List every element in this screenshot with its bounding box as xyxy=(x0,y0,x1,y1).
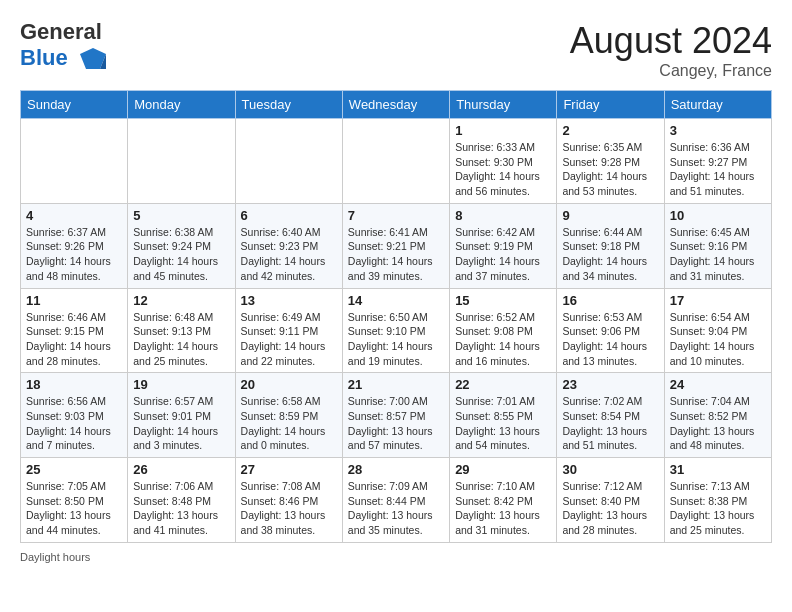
day-info: Sunrise: 6:54 AMSunset: 9:04 PMDaylight:… xyxy=(670,310,766,369)
day-info: Sunrise: 6:48 AMSunset: 9:13 PMDaylight:… xyxy=(133,310,229,369)
day-number: 6 xyxy=(241,208,337,223)
calendar-cell xyxy=(128,119,235,204)
day-number: 31 xyxy=(670,462,766,477)
dow-header-friday: Friday xyxy=(557,91,664,119)
calendar-body: 1Sunrise: 6:33 AMSunset: 9:30 PMDaylight… xyxy=(21,119,772,543)
day-info: Sunrise: 7:08 AMSunset: 8:46 PMDaylight:… xyxy=(241,479,337,538)
calendar-cell xyxy=(21,119,128,204)
calendar-cell: 17Sunrise: 6:54 AMSunset: 9:04 PMDayligh… xyxy=(664,288,771,373)
day-info: Sunrise: 6:52 AMSunset: 9:08 PMDaylight:… xyxy=(455,310,551,369)
calendar-cell: 7Sunrise: 6:41 AMSunset: 9:21 PMDaylight… xyxy=(342,203,449,288)
calendar-cell: 2Sunrise: 6:35 AMSunset: 9:28 PMDaylight… xyxy=(557,119,664,204)
day-number: 7 xyxy=(348,208,444,223)
day-info: Sunrise: 7:02 AMSunset: 8:54 PMDaylight:… xyxy=(562,394,658,453)
calendar-cell: 10Sunrise: 6:45 AMSunset: 9:16 PMDayligh… xyxy=(664,203,771,288)
calendar-cell: 3Sunrise: 6:36 AMSunset: 9:27 PMDaylight… xyxy=(664,119,771,204)
day-info: Sunrise: 6:38 AMSunset: 9:24 PMDaylight:… xyxy=(133,225,229,284)
logo-blue: Blue xyxy=(20,45,68,70)
day-info: Sunrise: 6:41 AMSunset: 9:21 PMDaylight:… xyxy=(348,225,444,284)
logo: General Blue xyxy=(20,20,108,74)
day-info: Sunrise: 7:12 AMSunset: 8:40 PMDaylight:… xyxy=(562,479,658,538)
day-info: Sunrise: 7:05 AMSunset: 8:50 PMDaylight:… xyxy=(26,479,122,538)
day-number: 21 xyxy=(348,377,444,392)
day-info: Sunrise: 7:06 AMSunset: 8:48 PMDaylight:… xyxy=(133,479,229,538)
day-number: 23 xyxy=(562,377,658,392)
calendar-cell xyxy=(235,119,342,204)
day-info: Sunrise: 7:13 AMSunset: 8:38 PMDaylight:… xyxy=(670,479,766,538)
day-info: Sunrise: 6:53 AMSunset: 9:06 PMDaylight:… xyxy=(562,310,658,369)
calendar-cell xyxy=(342,119,449,204)
calendar-cell: 19Sunrise: 6:57 AMSunset: 9:01 PMDayligh… xyxy=(128,373,235,458)
day-info: Sunrise: 7:04 AMSunset: 8:52 PMDaylight:… xyxy=(670,394,766,453)
calendar-cell: 5Sunrise: 6:38 AMSunset: 9:24 PMDaylight… xyxy=(128,203,235,288)
week-row-4: 18Sunrise: 6:56 AMSunset: 9:03 PMDayligh… xyxy=(21,373,772,458)
day-number: 28 xyxy=(348,462,444,477)
calendar-cell: 8Sunrise: 6:42 AMSunset: 9:19 PMDaylight… xyxy=(450,203,557,288)
day-number: 1 xyxy=(455,123,551,138)
dow-header-sunday: Sunday xyxy=(21,91,128,119)
dow-header-thursday: Thursday xyxy=(450,91,557,119)
day-number: 3 xyxy=(670,123,766,138)
calendar-cell: 13Sunrise: 6:49 AMSunset: 9:11 PMDayligh… xyxy=(235,288,342,373)
day-number: 2 xyxy=(562,123,658,138)
location-subtitle: Cangey, France xyxy=(570,62,772,80)
calendar-cell: 28Sunrise: 7:09 AMSunset: 8:44 PMDayligh… xyxy=(342,458,449,543)
day-info: Sunrise: 6:33 AMSunset: 9:30 PMDaylight:… xyxy=(455,140,551,199)
calendar-cell: 22Sunrise: 7:01 AMSunset: 8:55 PMDayligh… xyxy=(450,373,557,458)
day-info: Sunrise: 6:46 AMSunset: 9:15 PMDaylight:… xyxy=(26,310,122,369)
month-title: August 2024 xyxy=(570,20,772,62)
day-number: 30 xyxy=(562,462,658,477)
calendar-cell: 30Sunrise: 7:12 AMSunset: 8:40 PMDayligh… xyxy=(557,458,664,543)
calendar-cell: 14Sunrise: 6:50 AMSunset: 9:10 PMDayligh… xyxy=(342,288,449,373)
day-info: Sunrise: 7:01 AMSunset: 8:55 PMDaylight:… xyxy=(455,394,551,453)
week-row-1: 1Sunrise: 6:33 AMSunset: 9:30 PMDaylight… xyxy=(21,119,772,204)
day-info: Sunrise: 7:09 AMSunset: 8:44 PMDaylight:… xyxy=(348,479,444,538)
day-number: 26 xyxy=(133,462,229,477)
week-row-5: 25Sunrise: 7:05 AMSunset: 8:50 PMDayligh… xyxy=(21,458,772,543)
day-number: 18 xyxy=(26,377,122,392)
day-info: Sunrise: 6:50 AMSunset: 9:10 PMDaylight:… xyxy=(348,310,444,369)
calendar-cell: 26Sunrise: 7:06 AMSunset: 8:48 PMDayligh… xyxy=(128,458,235,543)
day-number: 24 xyxy=(670,377,766,392)
day-info: Sunrise: 7:10 AMSunset: 8:42 PMDaylight:… xyxy=(455,479,551,538)
day-number: 15 xyxy=(455,293,551,308)
calendar-cell: 18Sunrise: 6:56 AMSunset: 9:03 PMDayligh… xyxy=(21,373,128,458)
day-number: 12 xyxy=(133,293,229,308)
calendar-cell: 24Sunrise: 7:04 AMSunset: 8:52 PMDayligh… xyxy=(664,373,771,458)
day-number: 17 xyxy=(670,293,766,308)
calendar-cell: 23Sunrise: 7:02 AMSunset: 8:54 PMDayligh… xyxy=(557,373,664,458)
day-number: 22 xyxy=(455,377,551,392)
title-block: August 2024 Cangey, France xyxy=(570,20,772,80)
day-number: 27 xyxy=(241,462,337,477)
day-info: Sunrise: 6:36 AMSunset: 9:27 PMDaylight:… xyxy=(670,140,766,199)
day-number: 20 xyxy=(241,377,337,392)
day-of-week-header-row: SundayMondayTuesdayWednesdayThursdayFrid… xyxy=(21,91,772,119)
calendar-cell: 4Sunrise: 6:37 AMSunset: 9:26 PMDaylight… xyxy=(21,203,128,288)
calendar-cell: 9Sunrise: 6:44 AMSunset: 9:18 PMDaylight… xyxy=(557,203,664,288)
calendar-cell: 12Sunrise: 6:48 AMSunset: 9:13 PMDayligh… xyxy=(128,288,235,373)
day-number: 25 xyxy=(26,462,122,477)
day-info: Sunrise: 6:40 AMSunset: 9:23 PMDaylight:… xyxy=(241,225,337,284)
calendar-cell: 21Sunrise: 7:00 AMSunset: 8:57 PMDayligh… xyxy=(342,373,449,458)
day-number: 13 xyxy=(241,293,337,308)
day-number: 5 xyxy=(133,208,229,223)
day-number: 8 xyxy=(455,208,551,223)
day-info: Sunrise: 6:35 AMSunset: 9:28 PMDaylight:… xyxy=(562,140,658,199)
calendar-cell: 27Sunrise: 7:08 AMSunset: 8:46 PMDayligh… xyxy=(235,458,342,543)
calendar-cell: 15Sunrise: 6:52 AMSunset: 9:08 PMDayligh… xyxy=(450,288,557,373)
calendar-cell: 16Sunrise: 6:53 AMSunset: 9:06 PMDayligh… xyxy=(557,288,664,373)
dow-header-tuesday: Tuesday xyxy=(235,91,342,119)
day-info: Sunrise: 7:00 AMSunset: 8:57 PMDaylight:… xyxy=(348,394,444,453)
dow-header-wednesday: Wednesday xyxy=(342,91,449,119)
day-info: Sunrise: 6:56 AMSunset: 9:03 PMDaylight:… xyxy=(26,394,122,453)
calendar-cell: 1Sunrise: 6:33 AMSunset: 9:30 PMDaylight… xyxy=(450,119,557,204)
calendar-cell: 20Sunrise: 6:58 AMSunset: 8:59 PMDayligh… xyxy=(235,373,342,458)
day-info: Sunrise: 6:44 AMSunset: 9:18 PMDaylight:… xyxy=(562,225,658,284)
day-number: 16 xyxy=(562,293,658,308)
day-number: 9 xyxy=(562,208,658,223)
day-info: Sunrise: 6:58 AMSunset: 8:59 PMDaylight:… xyxy=(241,394,337,453)
week-row-3: 11Sunrise: 6:46 AMSunset: 9:15 PMDayligh… xyxy=(21,288,772,373)
dow-header-monday: Monday xyxy=(128,91,235,119)
day-number: 11 xyxy=(26,293,122,308)
day-info: Sunrise: 6:42 AMSunset: 9:19 PMDaylight:… xyxy=(455,225,551,284)
